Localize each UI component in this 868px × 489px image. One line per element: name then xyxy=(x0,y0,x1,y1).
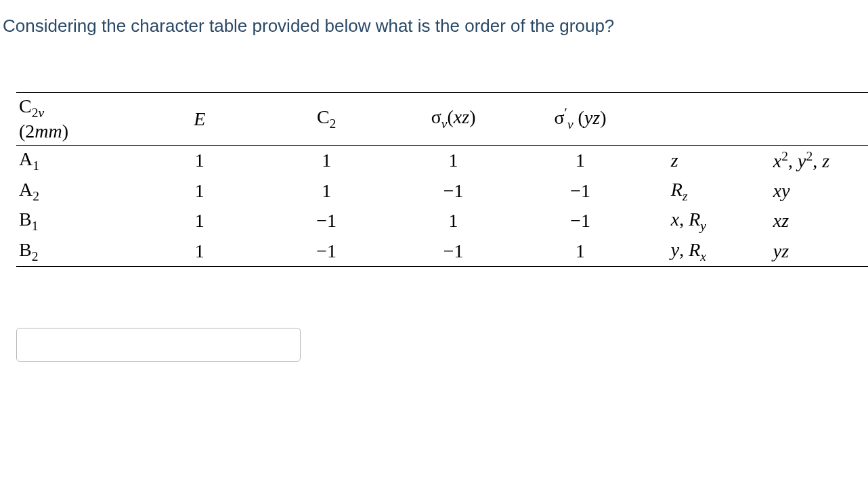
answer-input[interactable] xyxy=(16,328,301,362)
col-header-linear xyxy=(644,93,764,146)
cell-linear: z xyxy=(644,145,764,175)
cell-value: −1 xyxy=(517,206,643,236)
cell-value: 1 xyxy=(390,206,517,236)
table-row: A1 1 1 1 1 z x2, y2, z xyxy=(16,145,868,175)
character-table: C2v (2mm) E C2 σv(xz) σ′v (yz) A1 1 1 1 … xyxy=(16,92,868,267)
cell-value: 1 xyxy=(263,176,389,207)
cell-value: 1 xyxy=(517,145,643,175)
table-row: A2 1 1 −1 −1 Rz xy xyxy=(16,176,868,207)
cell-value: −1 xyxy=(517,176,643,207)
group-label-cell: C2v (2mm) xyxy=(16,93,136,146)
answer-container xyxy=(16,328,868,362)
cell-value: 1 xyxy=(136,236,263,267)
cell-quadratic: x2, y2, z xyxy=(764,145,868,175)
irrep-label: A1 xyxy=(16,145,136,175)
col-header-sigma-v-xz: σv(xz) xyxy=(390,93,517,146)
cell-quadratic: xy xyxy=(764,176,868,207)
cell-linear: y, Rx xyxy=(644,236,764,267)
irrep-label: A2 xyxy=(16,176,136,207)
cell-linear: Rz xyxy=(644,176,764,207)
table-row: B2 1 −1 −1 1 y, Rx yz xyxy=(16,236,868,267)
cell-value: 1 xyxy=(390,145,517,175)
group-sublabel: (2mm) xyxy=(19,121,68,142)
table-row: B1 1 −1 1 −1 x, Ry xz xyxy=(16,206,868,236)
group-label: C2v xyxy=(19,95,44,116)
col-header-quadratic xyxy=(764,93,868,146)
col-header-sigma-v-yz: σ′v (yz) xyxy=(517,93,643,146)
cell-value: 1 xyxy=(136,176,263,207)
question-text: Considering the character table provided… xyxy=(3,14,868,38)
irrep-label: B2 xyxy=(16,236,136,267)
cell-value: 1 xyxy=(136,206,263,236)
cell-linear: x, Ry xyxy=(644,206,764,236)
cell-value: −1 xyxy=(263,236,389,267)
irrep-label: B1 xyxy=(16,206,136,236)
cell-quadratic: yz xyxy=(764,236,868,267)
cell-value: −1 xyxy=(390,236,517,267)
cell-value: −1 xyxy=(263,206,389,236)
col-header-E: E xyxy=(136,93,263,146)
cell-value: 1 xyxy=(263,145,389,175)
cell-value: 1 xyxy=(136,145,263,175)
cell-quadratic: xz xyxy=(764,206,868,236)
cell-value: 1 xyxy=(517,236,643,267)
col-header-C2: C2 xyxy=(263,93,389,146)
cell-value: −1 xyxy=(390,176,517,207)
